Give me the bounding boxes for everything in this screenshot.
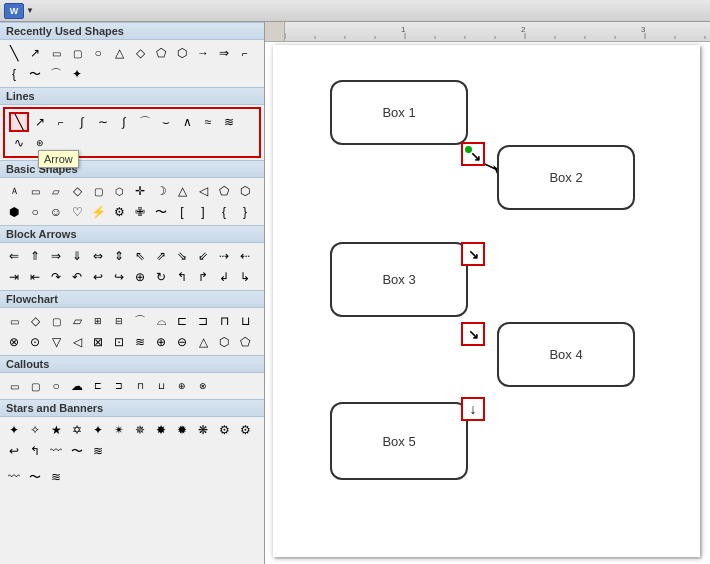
ba-lr[interactable]: ⇔ <box>88 246 108 266</box>
fc-manual-input[interactable]: ⊓ <box>214 311 234 331</box>
bs-bracket2[interactable]: ] <box>193 202 213 222</box>
ba-uturnarrow2[interactable]: ↪ <box>109 267 129 287</box>
co-rect[interactable]: ▭ <box>4 376 24 396</box>
bs-diamond[interactable]: ◇ <box>67 181 87 201</box>
bs-hexagon[interactable]: ⬡ <box>235 181 255 201</box>
fc-manual-op[interactable]: ⊔ <box>235 311 255 331</box>
ba-dr[interactable]: ⇘ <box>172 246 192 266</box>
fc-prep[interactable]: ⬡ <box>214 332 234 352</box>
shape-arc2[interactable]: ⌣ <box>156 112 176 132</box>
shape-rect[interactable]: ▭ <box>46 43 66 63</box>
bs-heart[interactable]: ♡ <box>67 202 87 222</box>
diagram-box-4[interactable]: Box 4 <box>497 322 635 387</box>
ba-s-curve[interactable]: ↰ <box>172 267 192 287</box>
shape-double-wave[interactable]: ≋ <box>219 112 239 132</box>
sb-star4[interactable]: ✧ <box>25 420 45 440</box>
diagram-box-1[interactable]: Box 1 <box>330 80 468 145</box>
bs-bracket1[interactable]: [ <box>172 202 192 222</box>
sb-bow-ribbon[interactable]: ≋ <box>88 441 108 461</box>
co-bend2[interactable]: ⊓ <box>130 376 150 396</box>
fc-process[interactable]: ▭ <box>4 311 24 331</box>
sb-burst4[interactable]: ✦ <box>4 420 24 440</box>
fc-direct-access[interactable]: ⊙ <box>25 332 45 352</box>
diagram-box-3[interactable]: Box 3 <box>330 242 468 317</box>
sb-star8[interactable]: ✴ <box>109 420 129 440</box>
fc-or[interactable]: ⊖ <box>172 332 192 352</box>
sb-star32[interactable]: ❋ <box>193 420 213 440</box>
shape-triangle[interactable]: △ <box>109 43 129 63</box>
fc-punched-tape[interactable]: ≋ <box>130 332 150 352</box>
bs-parallelogram[interactable]: ▱ <box>46 181 66 201</box>
shape-pentagon[interactable]: ⬠ <box>151 43 171 63</box>
fc-loop-limit[interactable]: ⬠ <box>235 332 255 352</box>
fc-multidoc[interactable]: ⌓ <box>151 311 171 331</box>
sb-star6[interactable]: ✡ <box>67 420 87 440</box>
sb-star16[interactable]: ✸ <box>151 420 171 440</box>
shape-elbow[interactable]: ⌐ <box>235 43 255 63</box>
fc-summing-junc[interactable]: ⊕ <box>151 332 171 352</box>
fc-db[interactable]: ⊗ <box>4 332 24 352</box>
bs-rtriangle[interactable]: ◁ <box>193 181 213 201</box>
shape-rounded-rect[interactable]: ▢ <box>67 43 87 63</box>
sb-gear2[interactable]: ⚙ <box>235 420 255 440</box>
drawing-canvas[interactable]: Box 1 Box 2 Box 3 Box 4 Box 5 ↘ <box>265 42 710 564</box>
shape-wave[interactable]: 〜 <box>25 64 45 84</box>
fc-document[interactable]: ⌒ <box>130 311 150 331</box>
shape-hexagon[interactable]: ⬡ <box>172 43 192 63</box>
diagram-box-5[interactable]: Box 5 <box>330 402 468 480</box>
ba-bent1[interactable]: ↱ <box>193 267 213 287</box>
fc-terminator[interactable]: ▢ <box>46 311 66 331</box>
fc-display[interactable]: ⊐ <box>193 311 213 331</box>
ba-up[interactable]: ⇑ <box>25 246 45 266</box>
app-icon[interactable]: W <box>4 3 24 19</box>
shape-curved-connector[interactable]: ∫ <box>72 112 92 132</box>
shape-arrow-tool[interactable]: ↗ <box>30 112 50 132</box>
shape-arc[interactable]: ⌒ <box>46 64 66 84</box>
sb-star7[interactable]: ✦ <box>88 420 108 440</box>
top-bar-dropdown[interactable]: ▼ <box>26 6 34 15</box>
bs-lightning[interactable]: ⚡ <box>88 202 108 222</box>
fc-offpage-conn[interactable]: ▽ <box>46 332 66 352</box>
ba-notched-l[interactable]: ⇤ <box>25 267 45 287</box>
ba-quad[interactable]: ⊕ <box>130 267 150 287</box>
co-line[interactable]: ⊏ <box>88 376 108 396</box>
sb-extra3[interactable]: ≋ <box>46 467 66 487</box>
fc-collate[interactable]: ⊠ <box>88 332 108 352</box>
fc-internal[interactable]: ⊟ <box>109 311 129 331</box>
shape-elbow-connector[interactable]: ⌐ <box>51 112 71 132</box>
shape-circle[interactable]: ○ <box>88 43 108 63</box>
ba-bent2[interactable]: ↲ <box>214 267 234 287</box>
co-rounded[interactable]: ▢ <box>25 376 45 396</box>
sb-scroll-h[interactable]: ↩ <box>4 441 24 461</box>
bs-rounded-rect[interactable]: ▢ <box>88 181 108 201</box>
shape-squiggle[interactable]: ∿ <box>9 133 29 153</box>
shape-double-arrow[interactable]: ⇒ <box>214 43 234 63</box>
shape-bracket-left[interactable]: { <box>4 64 24 84</box>
ba-bent3[interactable]: ↳ <box>235 267 255 287</box>
co-bend3[interactable]: ⊔ <box>151 376 171 396</box>
bs-cross[interactable]: ✛ <box>130 181 150 201</box>
co-accent-border[interactable]: ⊕ <box>172 376 192 396</box>
shape-curve[interactable]: ⌒ <box>135 112 155 132</box>
sb-star24[interactable]: ✹ <box>172 420 192 440</box>
shape-wave2[interactable]: ≈ <box>198 112 218 132</box>
ba-curved-l[interactable]: ↶ <box>67 267 87 287</box>
sb-star10[interactable]: ✵ <box>130 420 150 440</box>
ba-striped-l[interactable]: ⇠ <box>235 246 255 266</box>
fc-card[interactable]: ⊡ <box>109 332 129 352</box>
ba-left[interactable]: ⇐ <box>4 246 24 266</box>
bs-heptagon[interactable]: ⬢ <box>4 202 24 222</box>
ba-ur[interactable]: ⇗ <box>151 246 171 266</box>
sb-gear1[interactable]: ⚙ <box>214 420 234 440</box>
bs-wave3[interactable]: 〜 <box>151 202 171 222</box>
shape-line-tool[interactable]: ╲ <box>9 112 29 132</box>
ba-ud[interactable]: ⇕ <box>109 246 129 266</box>
ba-circular[interactable]: ↻ <box>151 267 171 287</box>
bs-pentagon[interactable]: ⬠ <box>214 181 234 201</box>
shape-scribble[interactable]: ∼ <box>93 112 113 132</box>
sb-extra1[interactable]: 〰 <box>4 467 24 487</box>
fc-delay[interactable]: ⊏ <box>172 311 192 331</box>
ba-down[interactable]: ⇓ <box>67 246 87 266</box>
ba-striped-r[interactable]: ⇢ <box>214 246 234 266</box>
co-no-border[interactable]: ⊗ <box>193 376 213 396</box>
